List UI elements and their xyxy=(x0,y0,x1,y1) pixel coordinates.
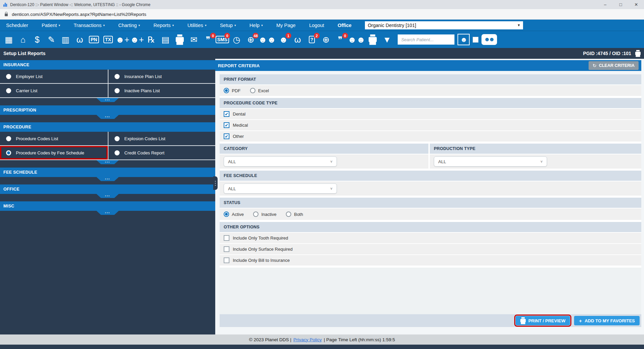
maximize-button[interactable]: □ xyxy=(613,0,628,9)
fee-schedule-select[interactable]: ALL ˅ xyxy=(224,183,337,194)
menu-patient[interactable]: Patient▾ xyxy=(42,23,60,28)
eclaims-icon[interactable]: ⊕ xyxy=(319,32,333,47)
perio-chart-icon[interactable]: ▥ xyxy=(59,32,72,47)
prescriptions-icon[interactable]: ℞ xyxy=(145,32,158,47)
radio-icon xyxy=(253,211,258,217)
report-option-explosion-codes-list[interactable]: Explosion Codes List xyxy=(108,132,215,145)
report-option-carrier-list[interactable]: Carrier List xyxy=(0,84,108,97)
section-fee-schedule[interactable]: FEE SCHEDULE xyxy=(0,168,215,177)
home-icon[interactable]: ⌂ xyxy=(16,32,30,47)
patient-search-button[interactable]: ☻ xyxy=(457,34,470,45)
category-select[interactable]: ALL ˅ xyxy=(224,156,337,167)
menu-my-page[interactable]: My Page xyxy=(276,23,296,28)
checkbox-row-dental[interactable]: Dental xyxy=(220,109,641,119)
transactions-icon[interactable]: $ xyxy=(30,32,44,47)
report-option-inactive-plans-list[interactable]: Inactive Plans List xyxy=(108,84,215,97)
menu-transactions[interactable]: Transactions▾ xyxy=(74,23,105,28)
menu-reports[interactable]: Reports▾ xyxy=(153,23,174,28)
radio-pdf[interactable]: PDF xyxy=(224,88,241,93)
section-procedure[interactable]: PROCEDURE xyxy=(0,122,215,132)
web-activity-icon[interactable]: ⊕48 xyxy=(244,32,257,47)
add-patient-icon[interactable]: ☻+ xyxy=(116,32,129,47)
menu-setup[interactable]: Setup▾ xyxy=(220,23,236,28)
radio-inactive[interactable]: Inactive xyxy=(253,211,276,217)
menu-help[interactable]: Help▾ xyxy=(249,23,263,28)
radio-icon xyxy=(250,88,255,93)
collapse-tab-insurance[interactable]: ••• xyxy=(97,98,119,102)
patient-portal-icon[interactable]: ☻☻ xyxy=(258,32,276,47)
report-option-credit-codes-report[interactable]: Credit Codes Report xyxy=(108,146,215,159)
staff-icon[interactable]: ☻☻ xyxy=(348,32,366,47)
menu-scheduler[interactable]: Scheduler xyxy=(6,23,28,28)
sms-icon[interactable]: SMS0 xyxy=(216,32,229,47)
clear-criteria-button[interactable]: ↻ CLEAR CRITERIA xyxy=(589,61,639,70)
collapse-tab-fee-schedule[interactable]: ••• xyxy=(97,177,119,181)
search-option-checkbox[interactable] xyxy=(473,37,478,43)
collapse-tab-misc[interactable]: ••• xyxy=(97,211,119,215)
add-account-icon[interactable]: ☻+ xyxy=(130,32,144,47)
radio-excel[interactable]: Excel xyxy=(250,88,269,93)
collapse-tab-office[interactable]: ••• xyxy=(97,194,119,198)
statements-icon[interactable]: ▤ xyxy=(159,32,172,47)
report-option-procedure-codes-by-fee-schedule[interactable]: Procedure Codes by Fee Schedule xyxy=(0,146,108,159)
progress-notes-icon[interactable]: PN xyxy=(87,32,101,47)
tooth-chart-icon[interactable]: ω xyxy=(73,32,86,47)
radio-icon xyxy=(115,150,120,155)
add-to-favorites-button[interactable]: + ADD TO MY FAVORITES xyxy=(574,316,640,325)
radio-both[interactable]: Both xyxy=(286,211,303,217)
procedure-options: Procedure Codes List Explosion Codes Lis… xyxy=(0,132,215,160)
menu-charting[interactable]: Charting▾ xyxy=(118,23,140,28)
collapse-tab-prescription[interactable]: ••• xyxy=(97,115,119,119)
checkbox-row-other[interactable]: Other xyxy=(220,131,641,142)
checkbox-row-surface-required[interactable]: Include Only Surface Required xyxy=(220,244,641,254)
inbox-icon[interactable]: ▼ xyxy=(380,32,394,47)
print-queue-icon[interactable] xyxy=(366,32,379,47)
url-bar[interactable]: denticon.com/ASPX/NewReports.aspx?RptNam… xyxy=(0,9,644,20)
print-page-icon[interactable] xyxy=(635,52,641,55)
radio-icon xyxy=(6,88,11,93)
menu-logout[interactable]: Logout xyxy=(309,23,324,28)
chat-icon[interactable]: ❞0 xyxy=(201,32,215,47)
print-documents-icon[interactable] xyxy=(173,32,187,47)
minimize-button[interactable]: – xyxy=(597,0,613,9)
treatment-plan-icon[interactable]: TX xyxy=(101,32,115,47)
checkbox-row-medical[interactable]: Medical xyxy=(220,120,641,130)
sidebar-resize-handle[interactable] xyxy=(213,176,218,190)
tooth-frame-icon[interactable]: ω xyxy=(291,32,304,47)
office-select[interactable]: Organic Dentistry [101] ▼ xyxy=(365,21,523,29)
charting-icon[interactable]: ✎ xyxy=(45,32,58,47)
checkbox-row-tooth-required[interactable]: Include Only Tooth Required xyxy=(220,233,641,243)
production-type-select[interactable]: ALL ˅ xyxy=(434,156,547,167)
patient-group-icon[interactable]: ☻☻ xyxy=(481,34,497,45)
radio-icon xyxy=(115,74,120,79)
privacy-policy-link[interactable]: Privacy Policy xyxy=(293,337,322,342)
section-misc[interactable]: MISC xyxy=(0,201,215,211)
collapse-strip: ••• xyxy=(0,160,215,168)
checkbox-row-bill-to-insurance[interactable]: Include Only Bill to Insurance xyxy=(220,255,641,266)
url-text[interactable]: denticon.com/ASPX/NewReports.aspx?RptNam… xyxy=(12,12,146,17)
menu-utilities[interactable]: Utilities▾ xyxy=(188,23,206,28)
close-button[interactable]: ✕ xyxy=(628,0,644,9)
time-clock-icon[interactable]: ◷ xyxy=(230,32,243,47)
section-prescription[interactable]: PRESCRIPTION xyxy=(0,105,215,115)
collapse-tab-procedure[interactable]: ••• xyxy=(97,160,119,164)
radio-active[interactable]: Active xyxy=(224,211,244,217)
section-insurance[interactable]: INSURANCE xyxy=(0,60,215,70)
report-option-procedure-codes-list[interactable]: Procedure Codes List xyxy=(0,132,108,145)
print-preview-button[interactable]: PRINT / PREVIEW xyxy=(516,316,570,325)
section-title: PRESCRIPTION xyxy=(3,108,36,113)
support-icon[interactable]: ☻1 xyxy=(277,32,290,47)
report-option-insurance-plan-list[interactable]: Insurance Plan List xyxy=(108,70,215,83)
help-icon[interactable]: ?2 xyxy=(305,32,319,47)
category-production-section: CATEGORY ALL ˅ PRODUCTION TYPE ALL xyxy=(220,144,641,169)
section-office[interactable]: OFFICE xyxy=(0,184,215,194)
print-format-row: PDF Excel xyxy=(220,85,641,96)
patient-search-input[interactable] xyxy=(398,34,454,45)
bottom-strip xyxy=(0,345,644,349)
messages-icon[interactable]: ❞0 xyxy=(333,32,347,47)
fax-icon[interactable]: ✉ xyxy=(187,32,201,47)
report-option-employer-list[interactable]: Employer List xyxy=(0,70,108,83)
category-row: ALL ˅ xyxy=(220,154,428,169)
calendar-icon[interactable]: ▦ xyxy=(2,32,16,47)
add-patient-icon: ☻+ xyxy=(116,35,129,44)
